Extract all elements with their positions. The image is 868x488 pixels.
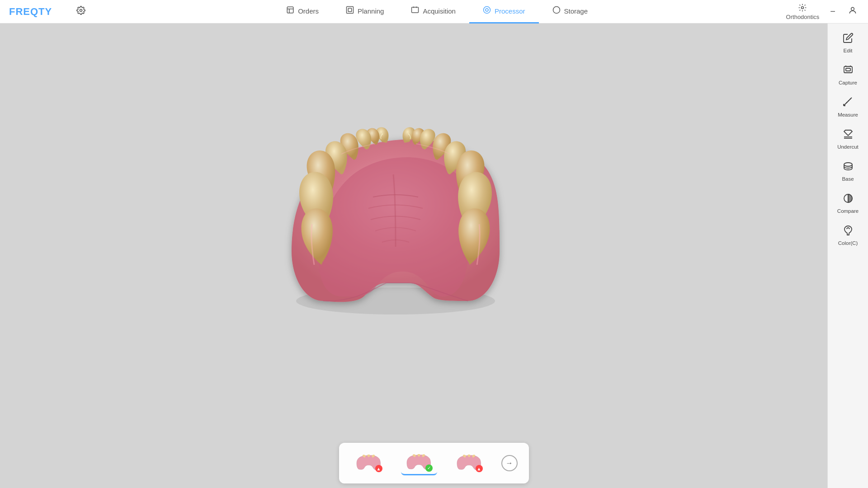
- nav-processor[interactable]: Processor: [469, 0, 539, 23]
- nav-items: Orders Planning Acquisition: [105, 0, 769, 23]
- orders-label: Orders: [298, 7, 319, 15]
- nav-right: Orthodontics −: [786, 3, 859, 20]
- compare-icon: [843, 193, 854, 206]
- color-tool-btn[interactable]: Color(C): [830, 221, 866, 250]
- edit-icon: [843, 33, 854, 46]
- base-label: Base: [842, 176, 854, 182]
- bottom-thumbnail-bar: ▲ ✓ ▲ →: [339, 443, 529, 483]
- svg-rect-14: [846, 68, 850, 71]
- settings-icon[interactable]: [75, 4, 87, 19]
- capture-label: Capture: [839, 80, 857, 85]
- svg-point-7: [483, 7, 490, 14]
- orthodontics-label: Orthodontics: [786, 14, 820, 20]
- color-label: Color(C): [838, 240, 858, 246]
- measure-icon: [843, 97, 854, 110]
- user-btn[interactable]: [846, 4, 859, 19]
- measure-label: Measure: [838, 112, 858, 117]
- svg-point-19: [844, 163, 852, 166]
- orthodontics-icon: [798, 3, 807, 14]
- next-icon: →: [506, 459, 513, 467]
- nav-planning[interactable]: Planning: [332, 0, 397, 23]
- planning-icon: [346, 6, 354, 16]
- orders-icon: [286, 6, 294, 16]
- next-btn[interactable]: →: [501, 455, 518, 471]
- storage-label: Storage: [564, 7, 588, 15]
- color-icon: [843, 225, 854, 239]
- edit-label: Edit: [844, 48, 853, 53]
- acquisition-icon: [411, 6, 419, 16]
- edit-tool-btn[interactable]: Edit: [830, 28, 866, 58]
- compare-label: Compare: [837, 208, 859, 214]
- planning-label: Planning: [358, 7, 384, 15]
- undercut-icon: [843, 129, 854, 142]
- right-toolbar: Edit Capture Measure: [827, 23, 868, 488]
- svg-point-11: [851, 7, 854, 10]
- thumb-badge-2: ✓: [425, 465, 433, 472]
- storage-icon: [552, 6, 561, 16]
- svg-rect-4: [347, 7, 354, 14]
- topbar: FREQTY Orders Planning: [0, 0, 868, 23]
- dental-arch-svg: [278, 107, 513, 342]
- thumb-preview-2: ✓: [406, 454, 433, 472]
- svg-point-9: [553, 7, 560, 14]
- svg-rect-1: [287, 7, 293, 13]
- base-icon: [843, 161, 854, 174]
- thumb-preview-3: ▲: [456, 454, 483, 472]
- svg-point-0: [80, 9, 82, 12]
- undercut-tool-btn[interactable]: Undercut: [830, 124, 866, 154]
- minimize-btn[interactable]: −: [828, 5, 837, 19]
- processor-label: Processor: [495, 7, 525, 15]
- thumb-preview-1: ▲: [355, 454, 382, 472]
- capture-tool-btn[interactable]: Capture: [830, 60, 866, 90]
- nav-storage[interactable]: Storage: [539, 0, 602, 23]
- thumbnail-3[interactable]: ▲: [451, 452, 487, 474]
- thumb-badge-3: ▲: [476, 465, 483, 472]
- thumbnail-2[interactable]: ✓: [401, 451, 437, 475]
- svg-point-10: [802, 6, 804, 9]
- orthodontics-btn[interactable]: Orthodontics: [786, 3, 820, 20]
- nav-acquisition[interactable]: Acquisition: [397, 0, 469, 23]
- nav-orders[interactable]: Orders: [273, 0, 332, 23]
- thumb-badge-1: ▲: [375, 465, 382, 472]
- measure-tool-btn[interactable]: Measure: [830, 92, 866, 122]
- dental-model: [278, 107, 549, 378]
- app-logo: FREQTY: [9, 6, 52, 18]
- svg-rect-5: [348, 8, 352, 12]
- canvas-area: [0, 23, 827, 488]
- capture-icon: [843, 65, 854, 78]
- acquisition-label: Acquisition: [423, 7, 456, 15]
- svg-point-8: [486, 9, 488, 11]
- undercut-label: Undercut: [837, 144, 859, 150]
- svg-rect-13: [844, 66, 852, 73]
- svg-rect-6: [412, 7, 419, 13]
- thumbnail-1[interactable]: ▲: [351, 452, 387, 474]
- processor-icon: [483, 6, 491, 16]
- compare-tool-btn[interactable]: Compare: [830, 188, 866, 218]
- base-tool-btn[interactable]: Base: [830, 156, 866, 186]
